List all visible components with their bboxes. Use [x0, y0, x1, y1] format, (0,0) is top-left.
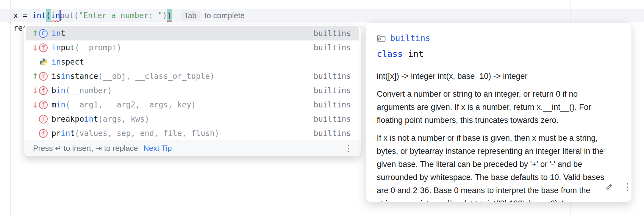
function-icon: f — [39, 115, 48, 123]
completion-item-inspect[interactable]: inspect — [26, 55, 359, 69]
function-icon: f — [39, 86, 48, 95]
completion-item-breakpoint[interactable]: f breakpoint(args, kws) builtins — [26, 112, 359, 126]
tab-hint-text: to complete — [205, 9, 245, 22]
relevance-down-icon: ↓ — [31, 86, 39, 95]
matched-paren-close: ) — [167, 9, 172, 22]
relevance-down-icon: ↓ — [31, 100, 39, 109]
relevance-up-icon: ↑ — [31, 72, 39, 81]
doc-paragraph: Convert a number or string to an integer… — [377, 87, 624, 127]
next-tip-link[interactable]: Next Tip — [143, 144, 172, 153]
function-icon: f — [39, 43, 48, 52]
doc-actions: ⋮ — [604, 181, 632, 192]
relevance-down-icon: ↓ — [31, 43, 39, 52]
completion-item-bin[interactable]: ↓ f bin(__number) builtins — [26, 83, 359, 98]
code-token: x = — [13, 9, 32, 22]
more-options-icon[interactable]: ⋮ — [345, 144, 353, 153]
typed-prefix: in — [51, 9, 60, 22]
completion-footer: Press ↵ to insert, ⇥ to replace Next Tip… — [24, 140, 361, 156]
completion-item-print[interactable]: f print(values, sep, end, file, flush) b… — [26, 126, 359, 140]
more-options-icon[interactable]: ⋮ — [623, 182, 632, 191]
completion-item-isinstance[interactable]: ↑ f isinstance(__obj, __class_or_tuple) … — [26, 69, 359, 83]
matched-paren-open: ( — [46, 9, 51, 22]
function-icon: f — [39, 101, 48, 109]
code-line-1[interactable]: x = int(input("Enter a number: ")) Tab t… — [13, 9, 245, 22]
completion-popup: ↑ C int builtins ↓ f input(__prompt) bui… — [24, 25, 361, 157]
origin-label: builtins — [314, 43, 351, 52]
doc-signature: int([x]) -> integer int(x, base=10) -> i… — [377, 70, 624, 83]
origin-label: builtins — [314, 100, 351, 109]
tab-key-chip: Tab — [181, 11, 200, 20]
class-name: int — [408, 49, 423, 59]
relevance-up-icon: ↑ — [31, 29, 39, 38]
doc-body: int([x]) -> integer int(x, base=10) -> i… — [377, 70, 624, 202]
class-keyword: class — [377, 49, 403, 59]
code-token-int: int — [32, 9, 46, 22]
completion-item-input[interactable]: ↓ f input(__prompt) builtins — [26, 40, 359, 55]
class-icon: C — [39, 29, 48, 38]
doc-paragraph: If x is not a number or if base is given… — [377, 132, 624, 202]
completion-item-min[interactable]: ↓ f min(__arg1, __arg2, _args, key) buil… — [26, 98, 359, 112]
edit-pencil-icon[interactable] — [604, 181, 615, 192]
code-token: ) — [162, 9, 167, 22]
origin-label: builtins — [314, 72, 351, 81]
completion-item-int[interactable]: ↑ C int builtins — [26, 26, 359, 40]
completion-list: ↑ C int builtins ↓ f input(__prompt) bui… — [24, 26, 361, 140]
ide-editor-screen: x = int(input("Enter a number: ")) Tab t… — [0, 0, 644, 216]
code-token: put — [60, 9, 74, 22]
code-token: ( — [74, 9, 79, 22]
symbol-declaration: classint — [377, 49, 424, 59]
origin-label: builtins — [314, 29, 351, 38]
doc-divider — [374, 64, 626, 64]
python-icon — [39, 58, 48, 66]
function-icon: f — [39, 72, 48, 81]
documentation-popup[interactable]: builtins classint int([x]) -> integer in… — [365, 22, 632, 202]
module-breadcrumb[interactable]: builtins — [376, 33, 430, 43]
footer-hint: Press ↵ to insert, ⇥ to replace — [33, 144, 138, 153]
origin-label: builtins — [314, 129, 351, 138]
function-icon: f — [39, 129, 48, 138]
origin-label: builtins — [314, 115, 351, 123]
origin-label: builtins — [314, 86, 351, 95]
module-folder-icon — [376, 35, 386, 42]
module-name[interactable]: builtins — [390, 33, 430, 43]
gutter-separator — [10, 0, 11, 216]
string-literal: "Enter a number: " — [79, 9, 162, 22]
